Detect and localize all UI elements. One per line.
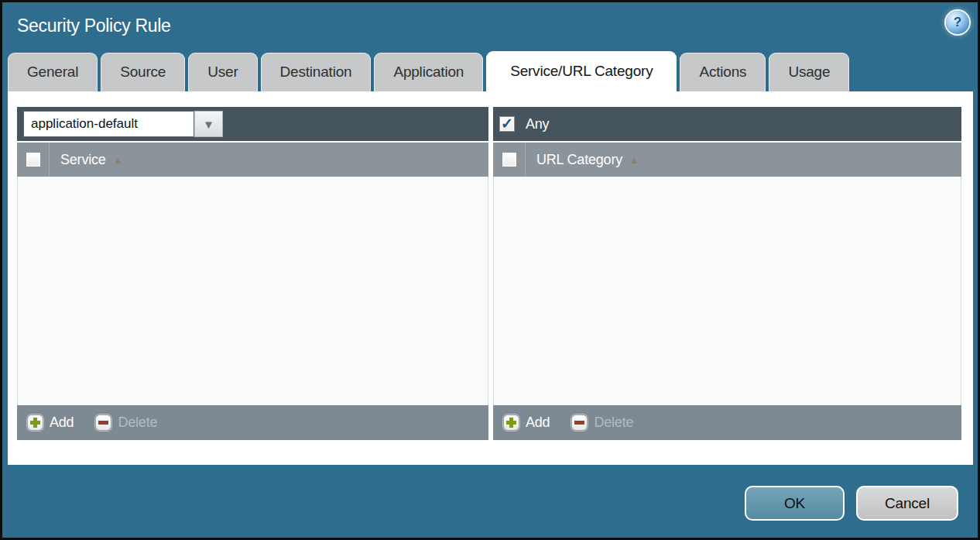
- title-bar: Security Policy Rule ?: [2, 2, 978, 53]
- service-select-all-checkbox[interactable]: [26, 152, 41, 167]
- check-icon: ✓: [501, 116, 513, 131]
- any-label: Any: [526, 116, 549, 132]
- service-panel: ▼ Service ▲ Add: [17, 107, 488, 440]
- service-select-all-cell: [17, 143, 50, 177]
- tab-label: Application: [393, 64, 464, 80]
- tab-general[interactable]: General: [8, 53, 98, 91]
- ok-button[interactable]: OK: [745, 486, 845, 521]
- service-type-input[interactable]: [23, 111, 194, 137]
- tab-actions[interactable]: Actions: [680, 53, 766, 91]
- service-column-header[interactable]: Service ▲: [17, 141, 488, 177]
- url-category-panel-header: ✓ Any: [493, 107, 961, 141]
- tab-usage[interactable]: Usage: [769, 53, 849, 91]
- plus-icon: [503, 414, 519, 431]
- add-button-label: Add: [526, 414, 550, 431]
- tab-bar: General Source User Destination Applicat…: [8, 53, 972, 91]
- minus-icon: [95, 414, 111, 431]
- tab-label: Source: [120, 64, 166, 80]
- plus-icon: [27, 414, 43, 431]
- help-icon[interactable]: ?: [946, 11, 969, 34]
- service-delete-button[interactable]: Delete: [95, 414, 157, 431]
- tab-service-url-category[interactable]: Service/URL Category: [486, 51, 677, 91]
- chevron-down-icon: ▼: [203, 119, 214, 130]
- service-type-combobox: ▼: [23, 111, 223, 137]
- tab-destination[interactable]: Destination: [261, 53, 372, 91]
- security-policy-rule-dialog: Security Policy Rule ? General Source Us…: [2, 2, 978, 538]
- screenshot-frame: Security Policy Rule ? General Source Us…: [0, 0, 980, 540]
- service-type-dropdown-button[interactable]: ▼: [194, 111, 223, 137]
- url-category-delete-button[interactable]: Delete: [571, 414, 633, 431]
- tab-label: General: [27, 64, 78, 80]
- delete-button-label: Delete: [594, 414, 633, 431]
- sort-ascending-icon: ▲: [113, 155, 123, 165]
- tab-label: Usage: [788, 64, 830, 80]
- service-column-label: Service: [60, 152, 106, 168]
- service-panel-header: ▼: [17, 107, 488, 141]
- tab-label: User: [207, 64, 238, 80]
- cancel-button[interactable]: Cancel: [856, 486, 958, 521]
- tab-label: Destination: [280, 64, 352, 80]
- sort-ascending-icon: ▲: [629, 155, 639, 165]
- tab-source[interactable]: Source: [101, 53, 185, 91]
- any-checkbox[interactable]: ✓: [499, 116, 515, 132]
- service-add-button[interactable]: Add: [27, 414, 74, 431]
- url-category-select-all-cell: [493, 143, 526, 177]
- tab-user[interactable]: User: [188, 53, 257, 91]
- url-category-column-header[interactable]: URL Category ▲: [493, 141, 961, 177]
- service-toolbar: Add Delete: [17, 405, 488, 440]
- delete-button-label: Delete: [118, 414, 157, 431]
- url-category-toolbar: Add Delete: [493, 405, 961, 440]
- add-button-label: Add: [50, 414, 74, 431]
- tab-label: Service/URL Category: [510, 63, 653, 79]
- url-category-add-button[interactable]: Add: [503, 414, 550, 431]
- tab-label: Actions: [699, 64, 746, 80]
- dialog-title: Security Policy Rule: [17, 15, 171, 36]
- tab-content-service-url-category: ▼ Service ▲ Add: [8, 91, 973, 465]
- url-category-panel: ✓ Any URL Category ▲ Add: [493, 107, 961, 440]
- service-list: [17, 177, 488, 405]
- minus-icon: [571, 414, 588, 431]
- tab-application[interactable]: Application: [374, 53, 483, 91]
- url-category-list: [493, 177, 961, 405]
- url-category-select-all-checkbox[interactable]: [502, 152, 517, 167]
- url-category-column-label: URL Category: [536, 152, 622, 168]
